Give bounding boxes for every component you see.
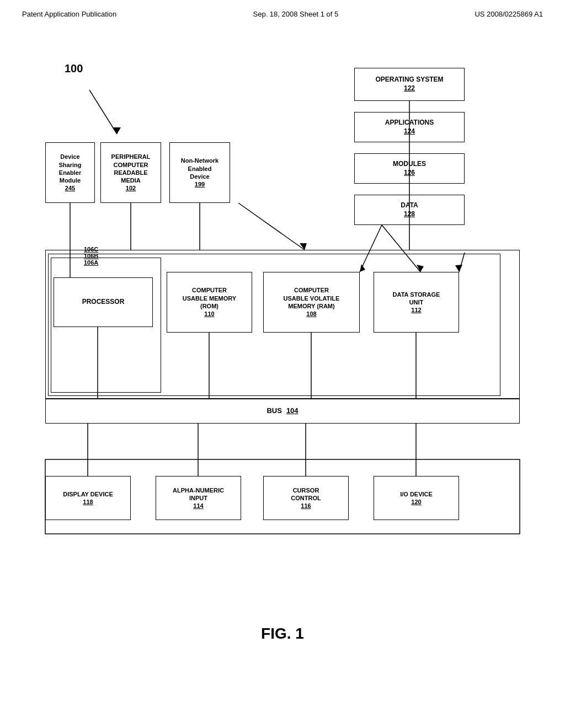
box-peripheral: PERIPHERALCOMPUTERREADABLEMEDIA 102 xyxy=(100,142,161,203)
box-apps-ref: 124 xyxy=(404,127,415,136)
box-non-network: Non-NetworkEnabledDevice 199 xyxy=(169,142,230,203)
box-os-label: OPERATING SYSTEM xyxy=(375,76,443,84)
box-rom-ref: 110 xyxy=(204,310,214,318)
box-rom: COMPUTERUSABLE MEMORY(ROM) 110 xyxy=(167,272,252,333)
box-modules-ref: 126 xyxy=(404,169,415,178)
box-display-label: DISPLAY DEVICE xyxy=(63,490,113,498)
diagram: 100 OPERATING SYSTEM 122 APPLICATIONS 12… xyxy=(34,35,531,614)
box-alpha-label: ALPHA-NUMERICINPUT xyxy=(173,486,224,502)
box-io-ref: 120 xyxy=(411,498,421,506)
box-data-storage-label: DATA STORAGEUNIT xyxy=(393,291,440,307)
box-ram-label: COMPUTERUSABLE VOLATILEMEMORY (RAM) xyxy=(284,286,340,310)
label-106c: 106C xyxy=(84,246,98,253)
svg-marker-23 xyxy=(300,243,307,250)
box-display-ref: 118 xyxy=(83,498,93,506)
box-modules-label: MODULES xyxy=(393,160,426,169)
box-alpha-ref: 114 xyxy=(193,502,203,510)
box-apps: APPLICATIONS 124 xyxy=(354,112,465,142)
svg-marker-1 xyxy=(113,127,121,134)
box-device-sharing-label: DeviceSharingEnablerModule xyxy=(59,153,82,184)
box-data-label: DATA xyxy=(401,201,418,210)
box-alpha: ALPHA-NUMERICINPUT 114 xyxy=(156,476,241,520)
box-ram: COMPUTERUSABLE VOLATILEMEMORY (RAM) 108 xyxy=(263,272,360,333)
box-processor-label: PROCESSOR xyxy=(82,298,125,307)
box-bus-ref: 104 xyxy=(286,406,299,416)
label-100: 100 xyxy=(65,62,83,75)
box-os: OPERATING SYSTEM 122 xyxy=(354,68,465,101)
svg-line-0 xyxy=(89,90,117,134)
box-device-sharing-ref: 245 xyxy=(65,184,75,192)
box-bus-label: BUS xyxy=(266,406,281,416)
box-device-sharing: DeviceSharingEnablerModule 245 xyxy=(45,142,95,203)
box-cursor-label: CURSORCONTROL xyxy=(291,486,321,502)
box-peripheral-label: PERIPHERALCOMPUTERREADABLEMEDIA xyxy=(111,153,151,184)
box-bus: BUS 104 xyxy=(45,399,520,424)
box-peripheral-ref: 102 xyxy=(126,184,136,192)
header: Patent Application Publication Sep. 18, … xyxy=(0,0,565,24)
box-data: DATA 128 xyxy=(354,195,465,225)
label-106b: 106B xyxy=(84,253,98,259)
box-rom-label: COMPUTERUSABLE MEMORY(ROM) xyxy=(183,286,236,310)
box-os-ref: 122 xyxy=(404,84,415,93)
box-data-storage-ref: 112 xyxy=(411,306,421,314)
label-106a: 106A xyxy=(84,259,98,266)
box-io: I/O DEVICE 120 xyxy=(374,476,459,520)
box-non-network-ref: 199 xyxy=(195,180,205,188)
box-data-storage: DATA STORAGEUNIT 112 xyxy=(374,272,459,333)
box-apps-label: APPLICATIONS xyxy=(385,119,434,127)
header-left: Patent Application Publication xyxy=(22,10,116,18)
header-center: Sep. 18, 2008 Sheet 1 of 5 xyxy=(253,10,339,18)
box-modules: MODULES 126 xyxy=(354,153,465,184)
box-processor: PROCESSOR xyxy=(54,277,153,327)
box-display: DISPLAY DEVICE 118 xyxy=(45,476,131,520)
svg-line-22 xyxy=(238,203,305,250)
box-io-label: I/O DEVICE xyxy=(400,490,433,498)
box-cursor: CURSORCONTROL 116 xyxy=(263,476,349,520)
box-ram-ref: 108 xyxy=(306,310,316,318)
box-cursor-ref: 116 xyxy=(301,502,311,510)
fig-label: FIG. 1 xyxy=(0,625,565,643)
box-data-ref: 128 xyxy=(404,210,415,219)
header-right: US 2008/0225869 A1 xyxy=(475,10,543,18)
box-non-network-label: Non-NetworkEnabledDevice xyxy=(181,157,218,180)
